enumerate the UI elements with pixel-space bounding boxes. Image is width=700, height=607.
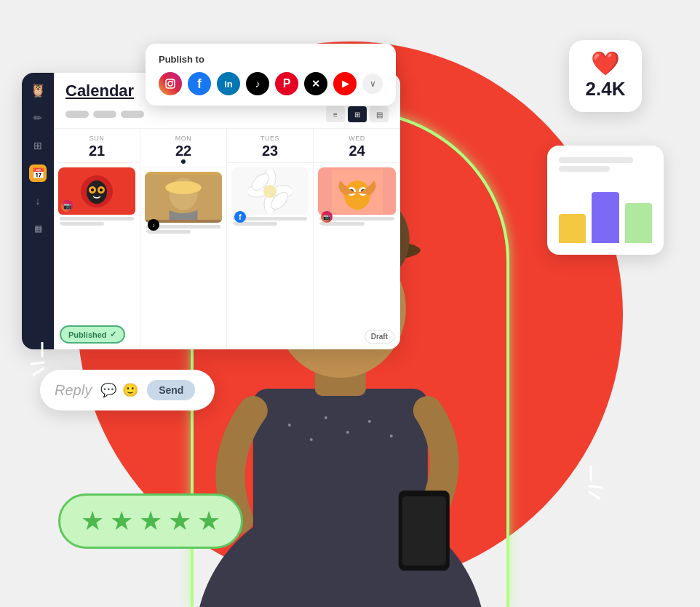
svg-point-29 [165, 181, 201, 194]
day-header-sun: SUN 21 [54, 129, 140, 163]
instagram-icon[interactable] [159, 72, 182, 95]
social-icons-row: f in ♪ P ✕ ▶ ∨ [159, 72, 383, 95]
sidebar-owl-logo[interactable]: 🦉 [29, 82, 47, 99]
linkedin-icon[interactable]: in [217, 72, 240, 95]
bar-yellow [559, 214, 586, 243]
calendar-day-mon: MON 22 [140, 129, 227, 349]
svg-point-3 [310, 438, 313, 441]
day-name-wed: WED [317, 135, 397, 142]
pinterest-icon[interactable]: P [275, 72, 298, 95]
svg-point-36 [263, 185, 277, 198]
svg-point-25 [91, 189, 94, 191]
analytics-line-2 [559, 166, 610, 172]
scene: 🦉 ✏ ⊞ 📅 ↓ ▦ Calendar ≡ ⊞ ▤ [0, 0, 700, 607]
publish-label: Publish to [159, 54, 383, 65]
cal-view-button[interactable]: ▤ [370, 106, 389, 122]
svg-line-50 [589, 486, 602, 488]
youtube-icon[interactable]: ▶ [333, 72, 357, 95]
analytics-bars [559, 178, 652, 243]
toolbar-pill-2 [93, 111, 116, 118]
day-content-wed: 📷 Draft [314, 163, 400, 349]
svg-point-45 [172, 81, 174, 82]
svg-point-2 [288, 424, 291, 427]
svg-point-44 [168, 82, 172, 86]
calendar-day-sun: SUN 21 [54, 129, 140, 349]
bar-group-2 [592, 192, 619, 243]
published-text: Published [68, 330, 107, 339]
svg-point-26 [100, 189, 103, 191]
analytics-card [547, 146, 664, 255]
day-header-mon: MON 22 [140, 129, 226, 167]
calendar-day-wed: WED 24 [314, 129, 400, 349]
likes-card: ❤️ 2.4K [569, 40, 642, 112]
reply-card: Reply 💬 🙂 Send [40, 370, 215, 410]
day-content-mon: ♪ [140, 167, 226, 349]
calendar-card: 🦉 ✏ ⊞ 📅 ↓ ▦ Calendar ≡ ⊞ ▤ [22, 73, 400, 349]
svg-point-7 [390, 435, 393, 437]
facebook-badge-tues: f [234, 211, 246, 223]
sidebar-apps-icon[interactable]: ⊞ [29, 137, 47, 154]
reply-placeholder[interactable]: Reply [55, 382, 92, 399]
toolbar-pill-3 [121, 111, 144, 118]
post-line [60, 217, 134, 221]
list-view-button[interactable]: ≡ [326, 106, 345, 122]
post-thumb-salmon [318, 167, 396, 215]
star-4: ★ [168, 506, 191, 536]
check-icon: ✓ [110, 330, 116, 339]
publish-card: Publish to f in ♪ P ✕ ▶ ∨ [146, 44, 396, 106]
send-button[interactable]: Send [147, 380, 195, 400]
post-thumb-red: 📷 [58, 167, 135, 215]
day-header-tues: TUES 23 [227, 129, 313, 163]
sparkle-right [576, 466, 605, 505]
grid-view-button[interactable]: ⊞ [348, 106, 367, 122]
tiktok-icon[interactable]: ♪ [246, 72, 269, 95]
svg-line-47 [31, 362, 44, 364]
svg-line-51 [589, 492, 600, 499]
published-badge: Published ✓ [60, 325, 125, 344]
svg-point-6 [368, 420, 371, 423]
tiktok-badge-mon: ♪ [148, 219, 159, 231]
day-content-sun: 📷 Published ✓ [54, 163, 140, 349]
svg-line-48 [33, 368, 44, 375]
more-platforms-button[interactable]: ∨ [362, 74, 383, 94]
emoji-icon: 🙂 [122, 382, 138, 398]
star-5: ★ [197, 506, 220, 536]
draft-badge: Draft [365, 330, 394, 344]
post-card-tues-1: f [231, 167, 309, 226]
post-card-wed-1: 📷 [318, 167, 396, 226]
likes-count: 2.4K [584, 78, 627, 100]
star-1: ★ [81, 506, 104, 536]
post-card-sun-1: 📷 [58, 167, 135, 226]
sidebar-compose-icon[interactable]: ✏ [29, 109, 47, 127]
day-name-tues: TUES [230, 135, 310, 142]
facebook-icon[interactable]: f [188, 72, 211, 95]
day-name-sun: SUN [57, 135, 137, 142]
toolbar-pill-1 [65, 111, 89, 118]
bar-group-1 [559, 214, 586, 243]
sidebar-calendar-icon[interactable]: 📅 [29, 164, 47, 182]
reply-icons: 💬 🙂 [100, 382, 138, 398]
sidebar-analytics-icon[interactable]: ↓ [29, 192, 47, 210]
post-line-short [60, 222, 104, 226]
bar-green [625, 203, 652, 243]
analytics-lines-top [559, 157, 652, 172]
svg-point-4 [325, 416, 327, 419]
bar-purple [592, 192, 619, 243]
star-3: ★ [139, 506, 162, 536]
day-number-22: 22 [143, 142, 223, 159]
post-thumb-white [231, 167, 309, 215]
x-icon[interactable]: ✕ [304, 72, 327, 95]
post-lines-sun-1 [58, 217, 135, 226]
view-controls: ≡ ⊞ ▤ [326, 106, 389, 122]
day-number-21: 21 [57, 142, 137, 159]
sidebar-barchart-icon[interactable]: ▦ [29, 220, 47, 237]
day-number-24: 24 [317, 142, 397, 159]
calendar-main: Calendar ≡ ⊞ ▤ SUN 21 [54, 73, 400, 349]
calendar-sidebar: 🦉 ✏ ⊞ 📅 ↓ ▦ [22, 73, 54, 349]
day-dot-mon [181, 159, 186, 164]
instagram-badge-sun: 📷 [61, 200, 73, 212]
star-2: ★ [110, 506, 133, 536]
instagram-badge-wed: 📷 [321, 211, 333, 223]
day-number-23: 23 [230, 142, 310, 159]
day-content-tues: f [227, 163, 313, 349]
